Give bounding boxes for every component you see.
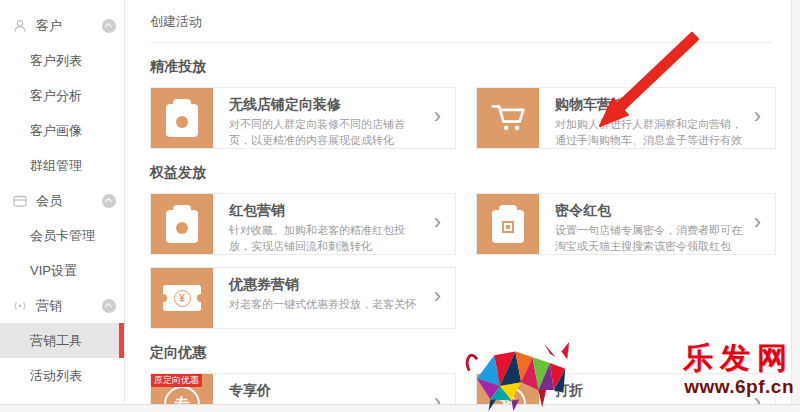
card-wireless-targeted-decor[interactable]: 无线店铺定向装修 对不同的人群定向装修不同的店铺首页，以更精准的内容展现促成转化… <box>150 87 456 149</box>
section-title-targeted-discount: 定向优惠 <box>150 344 771 362</box>
sidebar-item-member-card-management[interactable]: 会员卡管理 <box>0 218 124 253</box>
card-grid-targeted-discount: 原定向优惠 专 专享价 针对不同客户群体的宝贝专享价格活动 › 折 打折 对特定… <box>150 373 771 404</box>
sidebar-group-label: 营销 <box>36 297 62 315</box>
sidebar-item-group-management[interactable]: 群组管理 <box>0 148 124 183</box>
collapse-toggle-icon[interactable] <box>102 299 116 313</box>
sidebar-item-label: 群组管理 <box>30 157 82 175</box>
card-desc: 对老客的一键式优惠券投放，老客关怀 <box>229 297 426 313</box>
sidebar-item-customer-list[interactable]: 客户列表 <box>0 43 124 78</box>
sidebar-item-label: 客户画像 <box>30 122 82 140</box>
sidebar: 客户 客户列表 客户分析 客户画像 群组管理 会员 会员卡管理 VIP设置 <box>0 0 125 404</box>
card-title: 购物车营销 <box>555 96 746 114</box>
card-body: 打折 对特定会员，惠及打折 <box>539 374 750 404</box>
card-redpacket-marketing[interactable]: 红包营销 针对收藏、加购和老客的精准红包投放，实现店铺回流和刺激转化 › <box>150 193 456 255</box>
card-body: 购物车营销 对加购人群进行人群洞察和定向营销，通过手淘购物车、消息盒子等进行有效… <box>539 88 750 148</box>
sidebar-group-customer[interactable]: 客户 <box>0 8 124 43</box>
section-title-precision: 精准投放 <box>150 58 771 76</box>
section-title-benefits: 权益发放 <box>150 164 771 182</box>
card-title: 无线店铺定向装修 <box>229 96 426 114</box>
sidebar-item-vip-settings[interactable]: VIP设置 <box>0 253 124 288</box>
sidebar-item-label: VIP设置 <box>30 262 77 280</box>
card-title: 打折 <box>555 382 746 400</box>
sidebar-item-label: 营销工具 <box>30 332 82 350</box>
member-card-icon <box>12 193 28 209</box>
user-icon <box>12 18 28 34</box>
chevron-right-icon[interactable]: › <box>750 105 775 131</box>
card-discount[interactable]: 折 打折 对特定会员，惠及打折 › <box>476 373 776 404</box>
card-body: 优惠券营销 对老客的一键式优惠券投放，老客关怀 <box>213 268 430 328</box>
coupon-icon: ¥ <box>151 268 213 328</box>
divider <box>150 42 771 43</box>
chevron-right-icon[interactable]: › <box>430 285 455 311</box>
collapse-toggle-icon[interactable] <box>102 194 116 208</box>
sidebar-group-label: 客户 <box>36 17 62 35</box>
shopping-cart-icon <box>477 88 539 148</box>
sidebar-item-label: 活动列表 <box>30 367 82 385</box>
megaphone-icon <box>12 298 28 314</box>
card-desc: 设置一句店铺专属密令，消费者即可在淘宝或天猫主搜搜索该密令领取红包 <box>555 223 746 254</box>
sidebar-group-member[interactable]: 会员 <box>0 183 124 218</box>
chevron-right-icon[interactable]: › <box>750 391 775 404</box>
scrollbar-track[interactable] <box>791 0 800 404</box>
discount-circle-icon: 折 <box>477 374 539 404</box>
yen-icon: ¥ <box>174 290 191 307</box>
page-title: 创建活动 <box>150 0 771 31</box>
card-password-redpacket[interactable]: 密令红包 设置一句店铺专属密令，消费者即可在淘宝或天猫主搜搜索该密令领取红包 › <box>476 193 776 255</box>
card-title: 密令红包 <box>555 202 746 220</box>
sidebar-item-customer-analysis[interactable]: 客户分析 <box>0 78 124 113</box>
card-desc: 对不同的人群定向装修不同的店铺首页，以更精准的内容展现促成转化 <box>229 117 426 148</box>
sidebar-item-customer-portrait[interactable]: 客户画像 <box>0 113 124 148</box>
chevron-right-icon[interactable]: › <box>430 211 455 237</box>
main-content: 创建活动 精准投放 无线店铺定向装修 对不同的人群定向装修不同的店铺首页，以更精… <box>126 0 791 404</box>
card-desc: 针对收藏、加购和老客的精准红包投放，实现店铺回流和刺激转化 <box>229 223 426 254</box>
card-desc: 对加购人群进行人群洞察和定向营销，通过手淘购物车、消息盒子等进行有效召回 <box>555 117 746 148</box>
card-coupon-marketing[interactable]: ¥ 优惠券营销 对老客的一键式优惠券投放，老客关怀 › <box>150 267 456 329</box>
red-envelope-icon <box>151 88 213 148</box>
card-title: 红包营销 <box>229 202 426 220</box>
card-body: 无线店铺定向装修 对不同的人群定向装修不同的店铺首页，以更精准的内容展现促成转化 <box>213 88 430 148</box>
card-cart-marketing[interactable]: 购物车营销 对加购人群进行人群洞察和定向营销，通过手淘购物车、消息盒子等进行有效… <box>476 87 776 149</box>
sidebar-group-marketing[interactable]: 营销 <box>0 288 124 323</box>
original-targeted-discount-badge: 原定向优惠 <box>151 374 202 387</box>
sidebar-group-label: 会员 <box>36 192 62 210</box>
card-grid-benefits: 红包营销 针对收藏、加购和老客的精准红包投放，实现店铺回流和刺激转化 › 密令红… <box>150 193 771 329</box>
red-envelope-icon <box>151 194 213 254</box>
sidebar-item-label: 客户列表 <box>30 52 82 70</box>
bottom-edge-strip <box>0 404 800 412</box>
collapse-toggle-icon[interactable] <box>102 19 116 33</box>
card-grid-precision: 无线店铺定向装修 对不同的人群定向装修不同的店铺首页，以更精准的内容展现促成转化… <box>150 87 771 149</box>
chevron-right-icon[interactable]: › <box>750 211 775 237</box>
sidebar-item-marketing-tools[interactable]: 营销工具 <box>0 323 124 358</box>
card-exclusive-price[interactable]: 原定向优惠 专 专享价 针对不同客户群体的宝贝专享价格活动 › <box>150 373 456 404</box>
card-body: 专享价 针对不同客户群体的宝贝专享价格活动 <box>213 374 430 404</box>
sidebar-item-activity-list[interactable]: 活动列表 <box>0 358 124 393</box>
chevron-right-icon[interactable]: › <box>430 391 455 404</box>
sidebar-item-label: 客户分析 <box>30 87 82 105</box>
card-title: 专享价 <box>229 382 426 400</box>
card-body: 密令红包 设置一句店铺专属密令，消费者即可在淘宝或天猫主搜搜索该密令领取红包 <box>539 194 750 254</box>
chevron-right-icon[interactable]: › <box>430 105 455 131</box>
card-title: 优惠券营销 <box>229 276 426 294</box>
sidebar-item-label: 会员卡管理 <box>30 227 95 245</box>
card-body: 红包营销 针对收藏、加购和老客的精准红包投放，实现店铺回流和刺激转化 <box>213 194 430 254</box>
password-envelope-icon <box>477 194 539 254</box>
